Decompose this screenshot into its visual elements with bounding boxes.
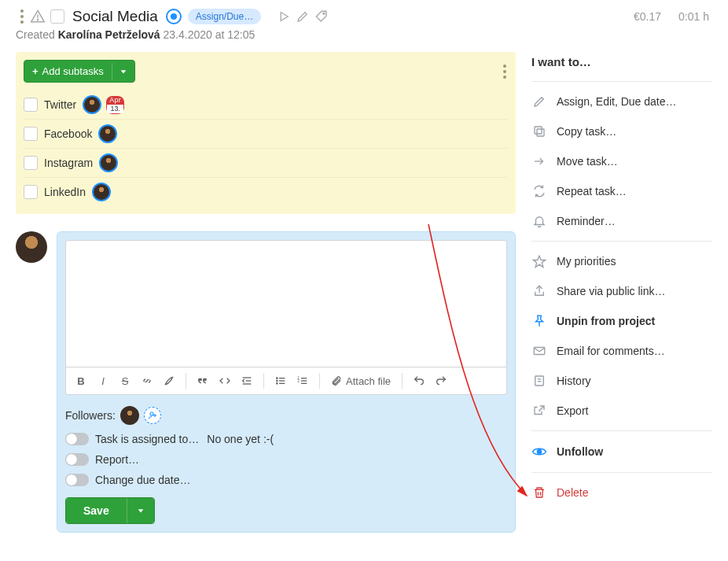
sidebar-item-unfollow[interactable]: Unfollow <box>531 436 712 467</box>
undo-icon[interactable] <box>409 371 429 391</box>
subtask-row[interactable]: Twitter Apr 13. <box>24 90 508 119</box>
editor-toolbar: B I S <box>65 367 507 395</box>
sidebar-item-assign[interactable]: Assign, Edit, Due date… <box>531 87 712 116</box>
svg-point-10 <box>277 383 278 384</box>
time-value: 0:01 h <box>678 10 709 23</box>
sidebar-item-email[interactable]: Email for comments… <box>531 336 712 366</box>
sidebar-item-delete[interactable]: Delete <box>531 478 712 507</box>
svg-rect-24 <box>535 127 542 134</box>
header-more-icon[interactable] <box>16 8 25 25</box>
copy-icon <box>531 124 547 138</box>
svg-point-8 <box>277 378 278 378</box>
paperclip-icon <box>331 375 342 386</box>
warning-triangle-icon[interactable] <box>30 9 46 24</box>
bell-icon <box>531 214 547 228</box>
redo-icon[interactable] <box>431 371 451 391</box>
repeat-icon <box>531 184 547 198</box>
sidebar-item-priorities[interactable]: My priorities <box>531 246 712 276</box>
brush-icon[interactable] <box>159 371 179 391</box>
svg-marker-2 <box>281 13 288 21</box>
subtask-checkbox[interactable] <box>24 156 38 170</box>
assignee-avatar-icon[interactable] <box>83 95 101 114</box>
subtasks-more-icon[interactable] <box>498 63 508 80</box>
tag-icon[interactable] <box>314 9 329 24</box>
export-icon <box>531 404 547 418</box>
eye-icon <box>531 444 547 460</box>
unordered-list-icon[interactable] <box>270 371 291 391</box>
svg-point-3 <box>323 13 325 14</box>
follow-indicator-icon[interactable] <box>166 9 182 24</box>
report-toggle[interactable] <box>65 453 89 466</box>
subtask-checkbox[interactable] <box>24 185 38 199</box>
pin-icon <box>531 314 547 328</box>
history-icon <box>531 374 547 388</box>
assignee-avatar-icon[interactable] <box>99 153 118 172</box>
save-caret[interactable] <box>127 498 154 523</box>
cost-value: €0.17 <box>634 10 661 23</box>
task-title: Social Media <box>72 8 158 25</box>
sidebar: I want to… Assign, Edit, Due date… Copy … <box>531 52 712 507</box>
subtask-checkbox[interactable] <box>24 98 38 112</box>
svg-point-19 <box>150 412 153 415</box>
strikethrough-icon[interactable]: S <box>115 371 135 391</box>
attach-file-button[interactable]: Attach file <box>326 375 395 387</box>
pencil-edit-icon[interactable] <box>296 9 310 24</box>
sidebar-item-copy[interactable]: Copy task… <box>531 116 712 146</box>
due-toggle[interactable] <box>65 474 89 486</box>
arrow-right-icon <box>531 154 547 168</box>
assign-toggle[interactable] <box>65 433 89 445</box>
trash-icon <box>531 485 547 500</box>
code-icon[interactable] <box>215 371 235 391</box>
sidebar-item-unpin[interactable]: Unpin from project <box>531 306 712 336</box>
sidebar-item-move[interactable]: Move task… <box>531 146 712 176</box>
outdent-icon[interactable] <box>237 371 257 391</box>
play-icon[interactable] <box>277 9 291 24</box>
sidebar-item-export[interactable]: Export <box>531 396 712 426</box>
star-icon <box>531 254 547 268</box>
save-button[interactable]: Save <box>65 497 155 524</box>
link-icon[interactable] <box>137 371 157 391</box>
header-right-stats: €0.17 0:01 h <box>634 10 712 23</box>
email-icon <box>531 344 547 358</box>
svg-text:2: 2 <box>297 379 300 383</box>
sidebar-item-reminder[interactable]: Reminder… <box>531 206 712 236</box>
sidebar-title: I want to… <box>531 55 712 68</box>
sidebar-item-share[interactable]: Share via public link… <box>531 276 712 306</box>
subtask-checkbox[interactable] <box>24 127 38 141</box>
subtask-title: Instagram <box>44 157 93 169</box>
assign-due-badge[interactable]: Assign/Due… <box>188 9 261 24</box>
assignee-avatar-icon[interactable] <box>98 124 117 143</box>
bold-icon[interactable]: B <box>71 371 91 391</box>
comment-textarea[interactable] <box>65 240 507 367</box>
add-subtasks-label: Add subtasks <box>42 65 104 77</box>
svg-point-9 <box>277 380 278 381</box>
created-timestamp: 23.4.2020 at 12:05 <box>164 28 256 41</box>
add-follower-button[interactable] <box>144 407 161 424</box>
plus-icon <box>32 65 39 77</box>
subtask-row[interactable]: Facebook <box>24 119 508 148</box>
follower-avatar-icon[interactable] <box>120 406 139 425</box>
header-left: Social Media Assign/Due… <box>16 8 329 25</box>
subtask-row[interactable]: Instagram <box>24 148 508 177</box>
assignee-avatar-icon[interactable] <box>92 183 111 201</box>
toggle-assign-row: Task is assigned to… No one yet :-( <box>65 433 507 445</box>
svg-marker-26 <box>534 256 546 267</box>
italic-icon[interactable]: I <box>93 371 113 391</box>
assign-label: Task is assigned to… <box>95 433 199 445</box>
quote-icon[interactable] <box>193 371 213 391</box>
comment-composer: B I S <box>57 231 516 533</box>
add-subtasks-caret[interactable] <box>112 63 134 80</box>
add-subtasks-button[interactable]: Add subtasks <box>24 60 135 83</box>
sidebar-item-history[interactable]: History <box>531 366 712 396</box>
svg-rect-29 <box>535 376 544 386</box>
sidebar-item-repeat[interactable]: Repeat task… <box>531 176 712 206</box>
due-date-badge[interactable]: Apr 13. <box>106 96 124 114</box>
ordered-list-icon[interactable]: 12 <box>292 371 313 391</box>
save-label: Save <box>66 498 127 523</box>
header-bar: Social Media Assign/Due… €0.17 0:01 h <box>0 0 728 28</box>
svg-point-1 <box>37 20 38 20</box>
svg-rect-23 <box>537 129 544 136</box>
created-row: Created Karolína Petrželová 23.4.2020 at… <box>0 28 728 52</box>
subtask-row[interactable]: LinkedIn <box>24 177 508 206</box>
task-checkbox[interactable] <box>50 9 64 24</box>
